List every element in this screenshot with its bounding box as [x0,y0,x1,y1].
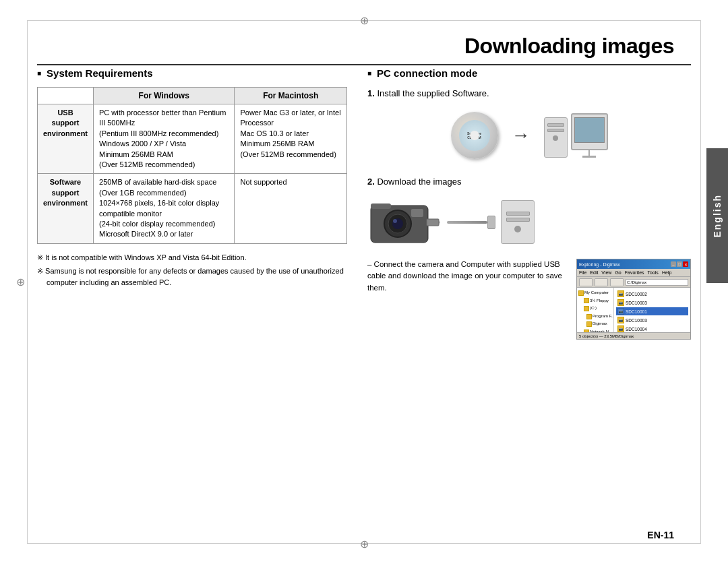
computer-illustration [544,113,608,158]
compass-top-icon: ⊕ [357,13,371,27]
page-border-left [27,20,28,544]
file-icon: 📷 [617,308,624,315]
table-header-macintosh: For Macintosh [235,88,347,104]
explorer-statusbar: 5 object(s) — 23.5MB/Digimax [577,332,690,339]
table-header-windows: For Windows [94,88,235,104]
svg-rect-6 [371,203,391,209]
requirements-table: For Windows For Macintosh USB supportenv… [37,87,347,244]
folder-icon [578,290,584,296]
explorer-title-text: Exploring - Digimax [579,262,620,267]
monitor-group [571,113,608,158]
table-row: USB supportenvironment PC with processor… [38,104,347,174]
file-item: 📷 SDC10002 [616,290,688,298]
pc-slot-2 [506,218,530,222]
step-1-number: 1. [367,88,375,98]
tree-item: Program F... [578,313,612,321]
page-number: EN-11 [647,530,674,540]
file-icon: 📷 [617,325,624,332]
explorer-body: My Computer 3½ Floppy (C:) Program [577,288,690,339]
svg-rect-5 [411,209,423,217]
note-2: Samsung is not responsible for any defec… [37,265,347,288]
step-2-number: 2. [367,177,375,187]
explorer-sidebar: My Computer 3½ Floppy (C:) Program [577,288,614,339]
file-icon: 📷 [617,299,624,306]
explorer-menubar: File Edit View Go Favorites Tools Help [577,269,690,277]
forward-button[interactable] [595,278,608,286]
notes-section: It is not compatible with Windows XP and… [37,252,347,288]
cd-to-computer-illustration: SoftwareCD-ROM → [367,105,691,166]
usb-support-label: USB supportenvironment [38,104,94,174]
main-content: System Requirements For Windows For Maci… [37,67,691,527]
usb-cable-group [447,216,495,229]
camera-svg-icon [367,195,442,246]
download-pc-icon [501,200,535,244]
title-separator [37,64,691,65]
statusbar-text: 5 object(s) — 23.5MB/Digimax [579,334,634,338]
folder-icon [586,321,592,327]
table-header-empty [38,88,94,104]
back-button[interactable] [579,278,593,286]
file-icon: 📷 [617,290,624,297]
folder-icon [584,306,589,311]
table-row: Softwaresupportenvironment 250MB of avai… [38,174,347,243]
cd-label: SoftwareCD-ROM [459,120,490,151]
file-item: 📷 SDC10003 [616,299,688,307]
language-label: English [712,194,723,238]
page-border-right [700,20,701,544]
svg-point-4 [393,219,397,223]
pc-button [514,226,521,232]
monitor-stand [588,150,590,156]
step-2: 2. Download the images [367,177,691,187]
pc-connection-heading: PC connection mode [367,67,691,79]
tree-item: (C:) [578,305,612,313]
compass-bottom-icon: ⊕ [357,537,371,551]
software-support-label: Softwaresupportenvironment [38,174,94,243]
explorer-file-list: 📷 SDC10002 📷 SDC10003 📷 SDC10001 📷 [614,288,690,339]
explorer-toolbar: C:\Digimax [577,277,690,288]
camera-download-illustration [367,193,691,251]
tree-item: 3½ Floppy [578,297,612,305]
tree-item: Digimax [578,320,612,328]
pc-tower-icon [544,117,568,158]
usb-windows-cell: PC with processor better than Pentium II… [94,104,235,174]
step-2-text: Download the images [377,177,461,187]
monitor-screen [574,117,605,143]
cd-rom-icon: SoftwareCD-ROM [451,112,498,159]
usb-cable-icon [447,221,487,224]
svg-rect-7 [427,219,439,226]
system-requirements-heading: System Requirements [37,67,347,79]
monitor-icon [571,113,608,150]
monitor-base [582,156,596,158]
explorer-window-buttons: _ □ ✕ [671,261,688,267]
language-tab: English [706,148,728,283]
usb-plug-icon [487,216,495,229]
connect-description: Connect the camera and Computer with sup… [367,259,568,294]
usb-mac-cell: Power Mac G3 or later, or Intel Processo… [235,104,347,174]
windows-explorer-thumbnail: Exploring - Digimax _ □ ✕ File Edit View… [576,259,691,340]
pc-slot-1 [506,212,530,216]
close-button[interactable]: ✕ [683,261,688,267]
tree-item: My Computer [578,289,612,297]
file-icon: 📷 [617,317,624,323]
file-item: 📷 SDC10003 [616,316,688,324]
software-windows-cell: 250MB of available hard-disk space (Over… [94,174,235,243]
folder-icon [586,314,592,319]
minimize-button[interactable]: _ [671,261,676,267]
camera-group [367,195,442,249]
step-1: 1. Install the supplied Software. [367,88,691,98]
note-1: It is not compatible with Windows XP and… [37,252,347,263]
maximize-button[interactable]: □ [677,261,682,267]
pc-connection-section: PC connection mode 1. Install the suppli… [367,67,691,527]
tower-button [553,135,558,141]
tower-drive-2 [547,129,564,132]
address-bar[interactable]: C:\Digimax [626,279,688,286]
system-requirements-section: System Requirements For Windows For Maci… [37,67,347,527]
tower-drive [547,123,564,127]
up-button[interactable] [610,278,624,286]
step-1-text: Install the supplied Software. [377,88,489,98]
compass-left-icon: ⊕ [13,276,27,289]
file-item-selected[interactable]: 📷 SDC10001 [616,307,688,315]
software-mac-cell: Not supported [235,174,347,243]
explorer-titlebar: Exploring - Digimax _ □ ✕ [577,259,690,269]
folder-icon [584,298,589,303]
